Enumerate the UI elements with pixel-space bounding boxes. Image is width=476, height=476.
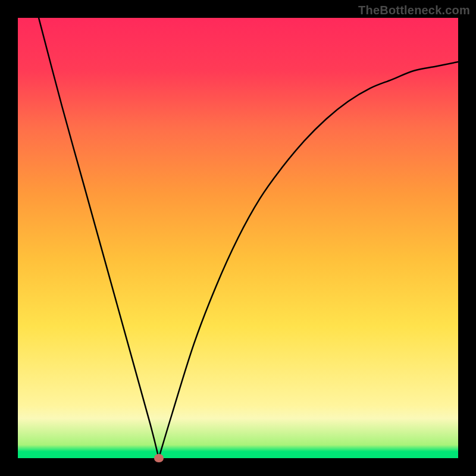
- bottleneck-curve: [18, 18, 458, 458]
- chart-frame: TheBottleneck.com: [0, 0, 476, 476]
- watermark-text: TheBottleneck.com: [358, 4, 470, 17]
- plot-area: [18, 18, 458, 458]
- optimal-point-marker: [154, 454, 164, 462]
